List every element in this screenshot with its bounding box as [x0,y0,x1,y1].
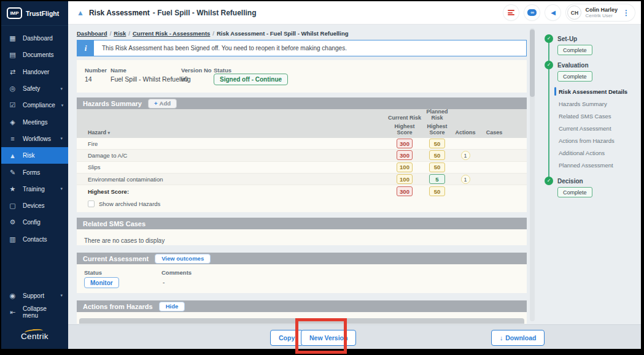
sidebar-item-label: Meetings [23,119,48,126]
info-icon: i [77,40,94,56]
new-version-button[interactable]: New Version [301,330,356,346]
breadcrumb-dashboard[interactable]: Dashboard [77,30,107,37]
sidebar-item-risk[interactable]: ▲ Risk [1,147,68,164]
sort-down-icon: ▾ [108,131,111,135]
sidebar-item-label: Workflows [23,136,51,142]
sidebar-item-safety[interactable]: ◎ Safety ▾ [1,80,68,97]
hazard-name: Damage to A/C [77,152,387,159]
hazards-summary-header: Hazards Summary +Add [77,97,527,109]
no-cases-text: There are no cases to display [77,229,527,244]
current-assessment-section: Current Assessment View outcomes Status … [77,253,527,293]
copy-button[interactable]: Copy [270,330,303,346]
forms-icon: ✎ [9,169,17,177]
highest-score-row: Highest Score: 300 50 [77,185,527,197]
meetings-icon: ◈ [9,118,17,126]
breadcrumb: Dashboard/Risk/Current Risk - Assessment… [77,30,349,37]
hazards-table-header: Current Risk Planned Risk Hazard ▾ Highe… [77,109,527,138]
alerts-button[interactable] [503,5,519,20]
actions-column-header: Actions [452,129,479,136]
breadcrumb-separator: / [212,30,214,37]
user-menu[interactable]: CH Colin Harley Centrik User ⋮ [566,4,635,21]
monitor-status-badge[interactable]: Monitor [84,277,119,288]
sidebar-item-dashboard[interactable]: ▦ Dashboard [1,30,68,47]
avatar: CH [567,6,581,20]
info-banner: i This Risk Assessment has been Signed o… [77,40,527,56]
sidebar-item-compliance[interactable]: ☑ Compliance ▾ [1,97,68,113]
user-info: Colin Harley Centrik User [585,7,618,18]
actions-count: 1 [461,175,470,184]
hazard-column-header[interactable]: Hazard ▾ [77,129,387,136]
actions-from-hazards-section: Actions from Hazards Hide [77,300,527,324]
sidebar-item-label: Contacts [23,236,47,243]
table-row[interactable]: Slips 100 50 [77,162,527,174]
sidebar-item-workflows[interactable]: ≡ Workflows ▾ [1,131,68,147]
stepper-item-planned-assessment[interactable]: Planned Assessment [559,162,613,169]
section-title: Hazards Summary [83,100,142,107]
hide-button[interactable]: Hide [159,302,185,311]
planned-score-badge: 50 [429,162,445,172]
step-decision-label[interactable]: Decision [557,178,583,185]
actions-count: 1 [461,151,470,160]
sidebar-item-handover[interactable]: ⇄ Handover [1,64,68,80]
table-row[interactable]: Fire 300 50 [77,138,527,150]
download-button[interactable]: ↓Download [491,330,545,346]
collapse-icon: ⇤ [9,308,17,316]
step-setup-label[interactable]: Set-Up [557,36,577,42]
add-hazard-button[interactable]: +Add [148,99,177,109]
stepper-item-additional-actions[interactable]: Additional Actions [559,150,605,156]
signed-off-continue-button[interactable]: Signed off - Continue [214,74,288,85]
sidebar-item-config[interactable]: ⚙ Config [1,214,68,231]
centrik-logo: Centrik [1,332,68,341]
current-score-badge: 300 [397,139,413,148]
sidebar-item-training[interactable]: ★ Training ▾ [1,181,68,197]
brand-logo[interactable]: IMP TrustFlight [1,1,68,26]
sidebar-item-forms[interactable]: ✎ Forms [1,164,68,180]
number-value: 14 [85,75,92,83]
sidebar-item-documents[interactable]: ▤ Documents [1,47,68,63]
sidebar-item-meetings[interactable]: ◈ Meetings [1,113,68,130]
sidebar-item-label: Compliance [23,102,55,109]
imp-logo-icon: IMP [7,7,22,19]
step-evaluation-label[interactable]: Evaluation [557,62,589,69]
stepper-item-hazards-summary[interactable]: Hazards Summary [559,101,607,107]
sidebar-item-devices[interactable]: ▢ Devices [1,197,68,214]
stepper-item-current-assessment[interactable]: Current Assessment [559,125,611,132]
clipped-table-header [79,318,524,324]
current-score-badge: 100 [397,174,413,184]
current-score-header: Highest Score [387,123,422,136]
sidebar-item-contacts[interactable]: ▥ Contacts [1,231,68,248]
hazard-name: Environmental contamination [77,176,387,183]
stepper-item-risk-assessment-details[interactable]: Risk Assessment Details [559,88,627,95]
config-icon: ⚙ [9,218,17,226]
breadcrumb-current-risk[interactable]: Current Risk - Assessments [133,30,210,37]
setup-check-icon: ✓ [545,34,553,43]
status-label: Status [214,67,231,74]
download-icon: ↓ [500,334,503,342]
sidebar-item-label: Collapse menu [23,305,63,319]
breadcrumb-risk[interactable]: Risk [114,30,126,37]
scrollbar-thumb[interactable] [530,29,535,97]
assessment-comments-value: - [163,279,165,286]
user-name: Colin Harley [585,7,618,13]
kebab-menu-icon[interactable]: ⋮ [621,9,631,17]
content-scrollbar[interactable] [530,28,535,321]
link-button[interactable]: ∞ [524,5,540,20]
planned-score-badge: 50 [429,139,445,148]
planned-score-badge: 50 [429,150,445,160]
info-banner-text: This Risk Assessment has been Signed off… [94,40,347,56]
sidebar-item-support[interactable]: ◉ Support ▾ [1,287,68,303]
show-archived-checkbox[interactable] [88,200,95,207]
announcements-button[interactable]: ◀ [545,5,561,20]
planned-risk-group-header: Planned Risk [422,109,452,121]
section-title: Actions from Hazards [83,303,153,310]
stepper-item-related-sms-cases[interactable]: Related SMS Cases [559,113,611,120]
show-archived-row: Show archived Hazards [77,197,527,210]
table-row[interactable]: Environmental contamination 100 5 1 [77,174,527,185]
sidebar-item-label: Documents [23,52,54,58]
actions-from-hazards-header: Actions from Hazards Hide [77,300,527,312]
stepper-item-actions-from-hazards[interactable]: Actions from Hazards [559,137,615,144]
collapse-menu-button[interactable]: ⇤ Collapse menu [1,304,68,321]
table-row[interactable]: Damage to A/C 300 50 1 [77,150,527,161]
view-outcomes-button[interactable]: View outcomes [155,254,211,264]
documents-icon: ▤ [9,51,17,59]
